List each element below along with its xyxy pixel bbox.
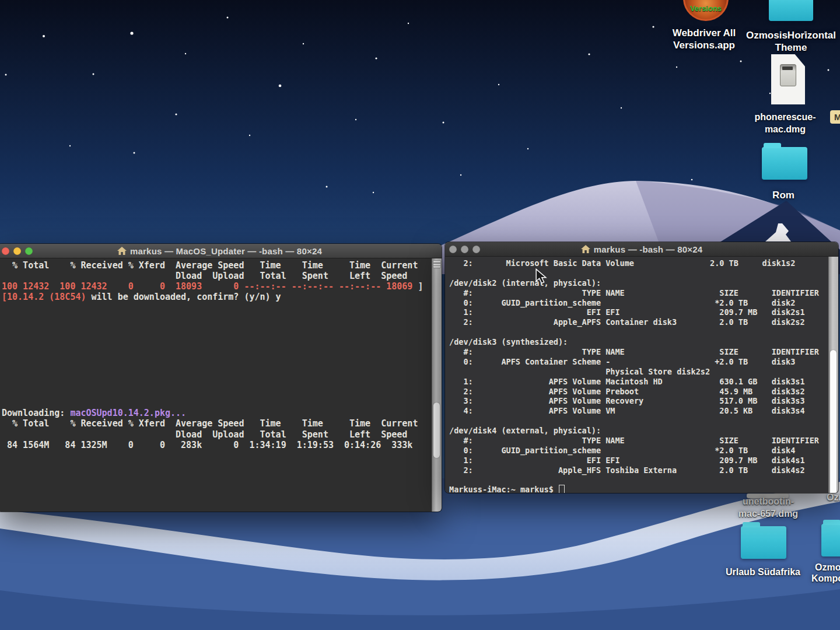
phonerescue-label2[interactable]: mac.dmg [765, 124, 806, 135]
terminal-line: 84 1564M 84 1325M 0 0 283k 0 1:34:19 1:1… [2, 440, 423, 450]
minimize-button[interactable] [13, 247, 21, 255]
terminal-line [2, 313, 423, 323]
webdriver-app-label[interactable]: Webdriver All [673, 27, 736, 39]
zoom-button-inactive[interactable] [473, 246, 480, 253]
ozmosis-theme-label2[interactable]: Theme [775, 42, 807, 54]
terminal-line [2, 482, 423, 492]
left-scrollbar-thumb[interactable] [433, 402, 440, 458]
right-terminal-content[interactable]: 2: Microsoft Basic Data Volume 2.0 TB di… [445, 257, 838, 493]
terminal-line: % Total % Received % Xferd Average Speed… [2, 418, 423, 429]
terminal-line: 4: APFS Volume VM 20.5 KB disk3s4 [449, 406, 819, 416]
terminal-line [2, 345, 423, 355]
terminal-line: 100 12432 100 12432 0 0 18093 0 --:--:--… [2, 281, 423, 292]
terminal-line [2, 376, 423, 387]
terminal-window-macos-updater[interactable]: markus — MacOS_Updater — -bash — 80×24 %… [0, 244, 442, 512]
mouse-cursor [535, 268, 548, 284]
ozmosis-theme-label[interactable]: OzmosisHorizontal [746, 30, 836, 41]
terminal-line: #: TYPE NAME SIZE IDENTIFIER [449, 288, 819, 298]
left-terminal-titlebar[interactable]: markus — MacOS_Updater — -bash — 80×24 [0, 244, 442, 258]
terminal-line [2, 366, 423, 376]
terminal-line: 1: EFI EFI 209.7 MB disk2s1 [449, 307, 819, 317]
rom-folder-label[interactable]: Rom [772, 190, 794, 201]
terminal-line: #: TYPE NAME SIZE IDENTIFIER [449, 347, 819, 357]
terminal-line [2, 492, 423, 503]
unetbootin-label2[interactable]: mac-657.dmg [738, 509, 798, 519]
terminal-line: 2: APFS Volume Preboot 45.9 MB disk3s2 [449, 387, 819, 397]
terminal-line: % Total % Received % Xferd Average Speed… [2, 260, 423, 271]
left-terminal-scrollbar[interactable] [432, 258, 442, 512]
terminal-line: 3: APFS Volume Recovery 517.0 MB disk3s3 [449, 396, 819, 406]
partial-folder-icon[interactable] [821, 524, 840, 556]
terminal-line [2, 503, 423, 512]
close-button[interactable] [2, 247, 9, 255]
desktop: { "colors":{ "terminal_red":"#e8695b", "… [0, 0, 840, 630]
terminal-line: /dev/disk3 (synthesized): [449, 337, 819, 347]
right-terminal-title-text: markus — -bash — 80×24 [594, 244, 703, 254]
right-terminal-title: markus — -bash — 80×24 [581, 244, 703, 254]
partial-file-label-m[interactable]: M [830, 110, 840, 124]
terminal-line [449, 475, 819, 485]
terminal-line: 1: EFI EFI 209.7 MB disk4s1 [449, 456, 819, 466]
terminal-line: Dload Upload Total Spent Left Speed [2, 429, 423, 440]
terminal-line: 2: Apple_APFS Container disk3 2.0 TB dis… [449, 317, 819, 327]
home-folder-icon [117, 247, 127, 256]
terminal-line [449, 268, 819, 278]
urlaub-folder-icon[interactable] [741, 526, 786, 559]
terminal-line: 0: GUID_partition_scheme *2.0 TB disk4 [449, 446, 819, 456]
rom-folder-icon[interactable] [762, 147, 807, 180]
terminal-line: /dev/disk4 (external, physical): [449, 426, 819, 436]
partial-label-kompon[interactable]: Kompon [811, 573, 840, 584]
webdriver-icon-text: Versions [685, 4, 727, 13]
scrollbar-page-icon [433, 260, 441, 268]
partial-label-ozm[interactable]: Ozm [827, 492, 840, 503]
terminal-line: Physical Store disk2s2 [449, 367, 819, 377]
terminal-line: /dev/disk2 (internal, physical): [449, 278, 819, 288]
zoom-button[interactable] [25, 247, 33, 255]
terminal-line [2, 397, 423, 408]
left-terminal-title: markus — MacOS_Updater — -bash — 80×24 [117, 246, 322, 256]
phonerescue-label[interactable]: phonerescue- [755, 112, 816, 123]
ozmosis-theme-folder-icon[interactable] [769, 0, 813, 21]
unetbootin-label[interactable]: unetbootin- [743, 496, 794, 507]
terminal-line [2, 450, 423, 461]
dmg-drive-glyph [780, 64, 796, 86]
terminal-line: 2: Apple_HFS Toshiba Externa 2.0 TB disk… [449, 466, 819, 475]
webdriver-app-label2[interactable]: Versions.app [673, 40, 735, 51]
terminal-line [2, 387, 423, 397]
left-terminal-title-text: markus — MacOS_Updater — -bash — 80×24 [130, 246, 322, 256]
terminal-line [449, 416, 819, 426]
right-terminal-titlebar[interactable]: markus — -bash — 80×24 [445, 242, 838, 257]
urlaub-folder-label[interactable]: Urlaub Südafrika [726, 567, 800, 578]
terminal-line: [10.14.2 (18C54) will be downloaded, con… [2, 292, 423, 302]
right-terminal-scrollbar[interactable] [828, 257, 838, 493]
terminal-line [2, 302, 423, 313]
terminal-line: #: TYPE NAME SIZE IDENTIFIER [449, 436, 819, 446]
terminal-line: Dload Upload Total Spent Left Speed [2, 271, 423, 281]
terminal-line: Downloading: macOSUpd10.14.2.pkg... [2, 408, 423, 418]
minimize-button-inactive[interactable] [461, 246, 468, 253]
left-terminal-content[interactable]: % Total % Received % Xferd Average Speed… [0, 258, 442, 512]
terminal-line [2, 334, 423, 345]
phonerescue-dmg-icon[interactable] [771, 54, 805, 104]
terminal-line: 2: Microsoft Basic Data Volume 2.0 TB di… [449, 258, 819, 268]
home-folder-icon [581, 245, 590, 254]
terminal-line [2, 324, 423, 334]
terminal-line [449, 327, 819, 337]
terminal-line: Markuss-iMac:~ markus$ [449, 485, 819, 493]
close-button-inactive[interactable] [449, 246, 457, 253]
terminal-window-bash[interactable]: markus — -bash — 80×24 2: Microsoft Basi… [445, 242, 838, 493]
terminal-line [2, 355, 423, 366]
terminal-line [2, 461, 423, 471]
left-terminal-text: % Total % Received % Xferd Average Speed… [2, 260, 423, 512]
terminal-line: 0: GUID_partition_scheme *2.0 TB disk2 [449, 298, 819, 308]
partial-label-ozmo[interactable]: Ozmo [815, 562, 840, 573]
terminal-line: 0: APFS Container Scheme - +2.0 TB disk3 [449, 357, 819, 367]
right-scrollbar-thumb[interactable] [830, 350, 836, 493]
terminal-line: 1: APFS Volume Macintosh HD 630.1 GB dis… [449, 377, 819, 387]
terminal-line [2, 471, 423, 482]
right-terminal-text: 2: Microsoft Basic Data Volume 2.0 TB di… [449, 258, 819, 493]
